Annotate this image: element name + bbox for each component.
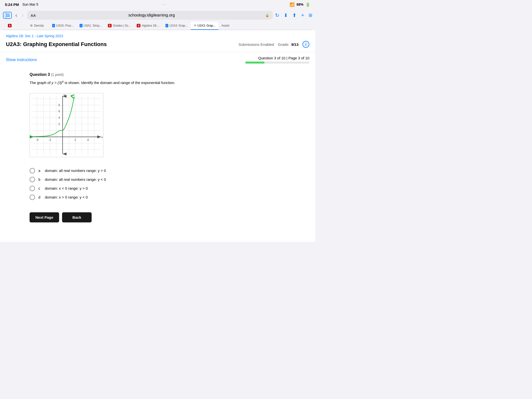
question-nav: Show instructions Question 3 of 10 | Pag… [0,52,315,67]
tab-u3a5-label: U3A5: Prac... [56,24,74,27]
breadcrumb[interactable]: Algebra 1B: Sec 1 - Late Spring 2023 [0,30,315,39]
next-page-button[interactable]: Next Page [30,212,59,222]
question-points: (1 point) [51,73,64,77]
browser-forward-button[interactable]: › [21,12,25,19]
reload-button[interactable]: ↻ [275,12,279,18]
status-time: 5:24 PM [5,2,19,7]
battery-icon: 🔋 [305,2,310,7]
question-number: Question 3 [30,72,50,77]
choice-text-c: domain: x < 0 range: y > 0 [45,186,88,190]
address-aa-label: AA [31,13,36,17]
tab-assist-label: Assist [221,24,229,27]
question-text-before: The graph of [30,81,51,85]
nav-buttons: Next Page Back [0,205,315,230]
lock-icon: 🔒 [265,14,269,17]
tab-assist[interactable]: Assist [218,22,241,30]
choice-letter-c: c [38,186,41,190]
tabs-bar: S ⚙ Density i U3A5: Prac... i U3A1: Simp… [3,22,312,30]
tab-u3a1-label: U3A1: Simp... [84,24,102,27]
grade-value: 9/13 [291,42,299,47]
function-graph: x y 2 4 6 8 -4 -2 2 4 [30,93,103,157]
tab-density-icon: ⚙ [30,24,33,27]
choice-letter-d: d [38,195,41,199]
question-header: Question 3 (1 point) [30,72,296,77]
svg-text:4: 4 [58,116,60,119]
submissions-label: Submissions Enabled [238,42,274,47]
share-button[interactable]: ⬆ [292,12,297,18]
status-dots: ··· [162,2,166,7]
browser-chrome: ‹ › AA schoology.idigilearning.org 🔒 ↻ ⬇… [0,9,315,30]
svg-text:6: 6 [58,110,60,113]
tab-grades[interactable]: S Grades | Sc... [105,22,134,30]
download-button[interactable]: ⬇ [284,12,288,18]
tab-density[interactable]: ⚙ Density [27,22,49,30]
graph-container: x y 2 4 6 8 -4 -2 2 4 [30,93,103,158]
svg-text:-2: -2 [49,138,51,141]
tab-u2a3b-label: U2A3: Grap... [198,24,216,27]
battery-percent: 68% [297,2,303,6]
svg-text:8: 8 [58,103,60,107]
grade-label: Grade: 9/13 [278,42,299,47]
tab-u2a3a-icon: i [166,24,168,27]
page-title: U2A3: Graphing Exponential Functions [6,41,107,48]
tab-u3a5[interactable]: i U3A5: Prac... [49,22,77,30]
tab-grades-label: Grades | Sc... [113,24,131,27]
tab-u3a5-icon: i [52,24,55,27]
tab-schoology-icon: S [8,24,12,27]
svg-rect-0 [5,13,7,17]
choice-letter-b: b [38,178,41,182]
status-right: 📶 68% 🔋 [290,2,310,7]
radio-d[interactable] [30,195,35,200]
question-body: Question 3 (1 point) The graph of y = (3… [0,67,315,205]
address-text: schoology.idigilearning.org [38,13,265,17]
svg-text:x: x [101,135,103,139]
choice-letter-a: a [38,169,41,173]
question-progress-text: Question 3 of 10 | Page 3 of 10 [245,56,309,60]
progress-bar-fill [245,62,265,64]
browser-back-button[interactable]: ‹ [14,12,18,19]
radio-a[interactable] [30,168,35,173]
svg-text:2: 2 [58,122,60,126]
answer-choice-d[interactable]: d domain: x > 0 range: y < 0 [30,195,296,200]
tab-alg1b[interactable]: S Algebra 1B:... [134,22,163,30]
question-text-after: is shown. Identify the domain and range … [65,81,175,85]
browser-toolbar: ‹ › AA schoology.idigilearning.org 🔒 ↻ ⬇… [3,11,312,20]
tab-u2a3b[interactable]: ✕ U2A3: Grap... [191,22,218,30]
wifi-icon: 📶 [290,2,295,7]
page-header-right: Submissions Enabled Grade: 9/13 i [238,41,309,48]
tab-density-label: Density [34,24,44,27]
tabs-button[interactable]: ⊞ [309,13,312,18]
info-button[interactable]: i [302,41,309,48]
page-header: U2A3: Graphing Exponential Functions Sub… [0,39,315,52]
answer-choice-a[interactable]: a domain: all real numbers range: y > 0 [30,168,296,173]
tab-alg1b-label: Algebra 1B:... [142,24,160,27]
tab-u3a1-icon: i [80,24,82,27]
back-button[interactable]: Back [62,212,92,222]
tab-u3a1[interactable]: i U3A1: Simp... [77,22,105,30]
add-tab-button[interactable]: + [301,12,304,18]
svg-text:2: 2 [74,138,76,141]
tab-u2a3a-label: U2A3: Grap... [169,24,187,27]
tab-alg1b-icon: S [137,24,140,27]
status-date: Sun Mar 5 [22,2,38,6]
radio-b[interactable] [30,177,35,182]
svg-line-37 [33,136,37,137]
progress-bar-container [245,62,309,64]
question-text: The graph of y = (3)x is shown. Identify… [30,79,296,86]
radio-c[interactable] [30,186,35,191]
sidebar-toggle-button[interactable] [3,12,12,19]
show-instructions-link[interactable]: Show instructions [6,58,37,62]
status-bar: 5:24 PM Sun Mar 5 ··· 📶 68% 🔋 [0,0,315,9]
tab-u2a3a[interactable]: i U2A3: Grap... [163,22,190,30]
tab-grades-icon: S [108,24,112,27]
choice-text-b: domain: all real numbers range: y < 0 [45,177,106,182]
page-content: Algebra 1B: Sec 1 - Late Spring 2023 U2A… [0,30,315,242]
answer-choice-c[interactable]: c domain: x < 0 range: y > 0 [30,186,296,191]
tab-schoology[interactable]: S [5,22,27,30]
tab-u2a3b-icon: ✕ [194,24,196,27]
svg-text:4: 4 [87,138,89,141]
address-bar[interactable]: AA schoology.idigilearning.org 🔒 [27,11,273,20]
answer-choice-b[interactable]: b domain: all real numbers range: y < 0 [30,177,296,182]
svg-rect-4 [32,96,101,154]
question-progress: Question 3 of 10 | Page 3 of 10 [245,56,309,64]
